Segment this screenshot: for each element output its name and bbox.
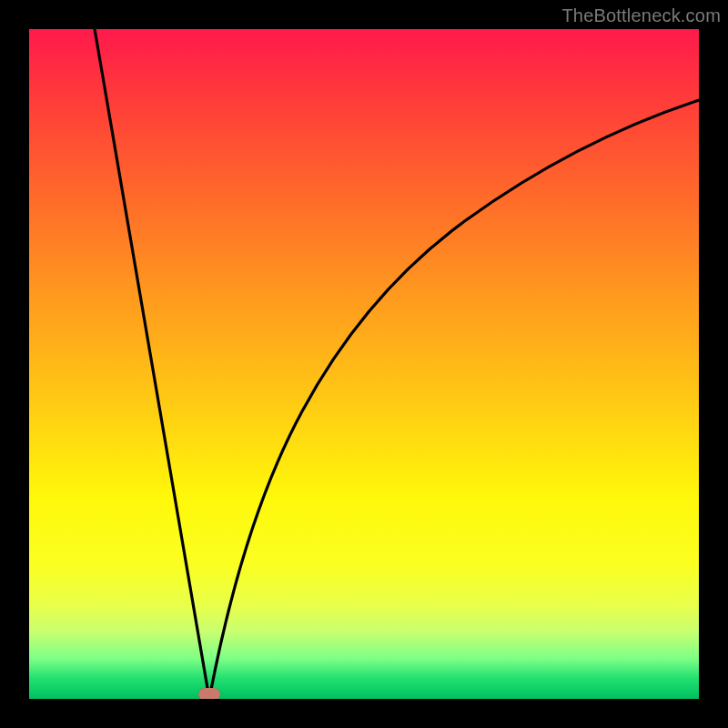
right-curve (209, 100, 699, 699)
watermark-text: TheBottleneck.com (561, 5, 721, 26)
curve-layer (29, 29, 699, 699)
chart-frame: TheBottleneck.com (0, 0, 728, 728)
left-line (95, 29, 209, 699)
plot-area (29, 29, 699, 699)
min-marker (198, 688, 220, 699)
